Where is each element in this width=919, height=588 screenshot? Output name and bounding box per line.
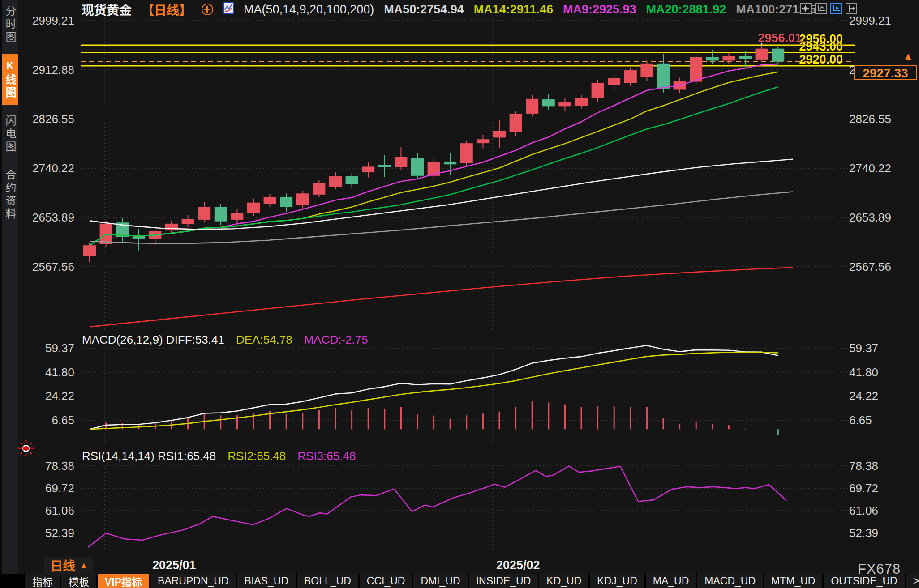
indicator-tab-1[interactable]: 模板 <box>61 574 96 588</box>
indicator-tab-7[interactable]: DMI_UD <box>413 574 467 588</box>
ma-value-2: MA9:2925.93 <box>563 3 636 16</box>
macd-tick-right: 24.22 <box>849 390 916 402</box>
price-tick-left: 2740.22 <box>18 162 74 175</box>
date-label: 2025/01 <box>152 558 196 572</box>
indicator-tab-5[interactable]: BOLL_UD <box>297 574 358 588</box>
rsi-tick-right: 78.38 <box>849 460 916 472</box>
indicator-tab-12[interactable]: MACD_UD <box>697 574 763 588</box>
macd-tick-left: 59.37 <box>18 342 74 354</box>
alert-line-label: 2920.00 <box>764 53 843 67</box>
indicator-tab-8[interactable]: INSIDE_UD <box>469 574 538 588</box>
chart-toolbar <box>800 3 857 14</box>
macd-macd-value: MACD:-2.75 <box>304 333 368 347</box>
app-window: 分时图K线图闪电图合约资料 现货黄金 【日线】 MA(50,14,9,20,10… <box>0 0 919 588</box>
ma-value-1: MA14:2911.46 <box>474 3 553 16</box>
macd-tick-left: 6.65 <box>18 414 74 426</box>
rsi3-value: RSI3:65.48 <box>297 449 356 463</box>
axis-scale-icon[interactable] <box>815 3 827 14</box>
indicator-tab-4[interactable]: BIAS_UD <box>237 574 296 588</box>
price-tick-right: 2999.21 <box>849 14 916 27</box>
rsi-tick-left: 69.72 <box>18 482 74 494</box>
price-tick-right: 2740.22 <box>849 162 916 175</box>
macd-tick-right: 6.65 <box>849 414 916 426</box>
indicator-tab-13[interactable]: MTM_UD <box>764 574 822 588</box>
macd-title: MACD(26,12,9) DIFF:53.41 <box>82 333 224 347</box>
indicator-tab-bar: 指标模板VIP指标BARUPDN_UDBIAS_UDBOLL_UDCCI_UDD… <box>0 574 919 588</box>
ma-value-0: MA50:2754.94 <box>384 3 464 16</box>
macd-tick-left: 24.22 <box>18 390 74 402</box>
left-sidebar: 分时图K线图闪电图合约资料 <box>0 0 18 588</box>
session-high-label: 2956.01 <box>726 31 802 45</box>
shift-right-icon[interactable] <box>846 3 857 14</box>
rsi-legend: RSI(14,14,14) RSI1:65.48 RSI2:65.48 RSI3… <box>82 449 356 463</box>
period-tag: 【日线】 <box>142 0 192 18</box>
macd-tick-right: 41.80 <box>849 366 916 379</box>
rsi-title: RSI(14,14,14) RSI1:65.48 <box>82 449 216 463</box>
macd-tick-left: 41.80 <box>18 366 74 379</box>
price-tick-right: 2826.55 <box>849 113 916 125</box>
ma-settings-label: MA(50,14,9,20,100,200) <box>244 3 374 17</box>
crosshair-target-icon[interactable] <box>202 4 213 15</box>
price-tick-left: 2653.89 <box>18 211 74 224</box>
sidebar-item-1[interactable]: K线图 <box>2 54 18 105</box>
indicator-tab-0[interactable]: 指标 <box>25 574 60 588</box>
macd-tick-right: 59.37 <box>849 342 916 354</box>
macd-legend: MACD(26,12,9) DIFF:53.41 DEA:54.78 MACD:… <box>82 333 368 347</box>
price-tick-left: 2912.88 <box>18 64 74 76</box>
date-label: 2025/02 <box>496 558 540 572</box>
indicator-tab-2[interactable]: VIP指标 <box>98 574 149 588</box>
indicator-tab-14[interactable]: OUTSIDE_UD <box>824 574 904 588</box>
symbol-title: 现货黄金 <box>82 0 132 18</box>
indicator-tab-9[interactable]: KD_UD <box>539 574 588 588</box>
indicator-tab-10[interactable]: KDJ_UD <box>590 574 644 588</box>
indicator-tab-11[interactable]: MA_UD <box>646 574 696 588</box>
rsi-tick-right: 52.39 <box>849 527 916 539</box>
live-blink-icon <box>17 439 35 459</box>
indicator-tab-3[interactable]: BARUPDN_UD <box>150 574 236 588</box>
sidebar-item-3[interactable]: 合约资料 <box>2 164 18 226</box>
auto-fit-icon[interactable] <box>830 3 842 14</box>
indicator-tab-6[interactable]: CCI_UD <box>360 574 412 588</box>
rsi-tick-left: 61.06 <box>18 504 74 517</box>
rsi2-value: RSI2:65.48 <box>228 449 286 463</box>
rsi-tick-left: 52.39 <box>18 527 74 539</box>
period-up-arrow-icon: ▲ <box>80 561 88 570</box>
price-tick-left: 2567.56 <box>18 260 74 273</box>
indicator-tab-15[interactable]: >> <box>906 574 919 588</box>
period-selector-label: 日线 <box>50 556 75 574</box>
price-tick-right: 2567.56 <box>849 260 916 273</box>
rsi-tick-right: 69.72 <box>849 482 916 494</box>
macd-dea-value: DEA:54.78 <box>236 333 292 347</box>
current-price-tag: 2927.33 <box>854 65 917 80</box>
rsi-tick-left: 78.38 <box>18 460 74 472</box>
mini-chart-icon <box>223 2 234 17</box>
pan-icon[interactable] <box>800 3 812 14</box>
rsi-tick-right: 61.06 <box>849 504 916 517</box>
sidebar-item-0[interactable]: 分时图 <box>2 0 18 50</box>
period-selector[interactable]: 日线 ▲ <box>44 557 94 574</box>
chart-canvas[interactable] <box>0 0 919 588</box>
price-tick-left: 2826.55 <box>18 113 74 125</box>
chart-header: 现货黄金 【日线】 MA(50,14,9,20,100,200) MA50:27… <box>82 2 852 17</box>
ma-value-3: MA20:2881.92 <box>646 3 726 16</box>
price-up-arrow-icon: ▲ <box>903 51 914 62</box>
price-tick-right: 2653.89 <box>849 211 916 224</box>
sidebar-item-2[interactable]: 闪电图 <box>2 110 18 159</box>
price-tick-left: 2999.21 <box>18 14 74 27</box>
ma-values-row: MA50:2754.94MA14:2911.46MA9:2925.93MA20:… <box>384 3 852 17</box>
